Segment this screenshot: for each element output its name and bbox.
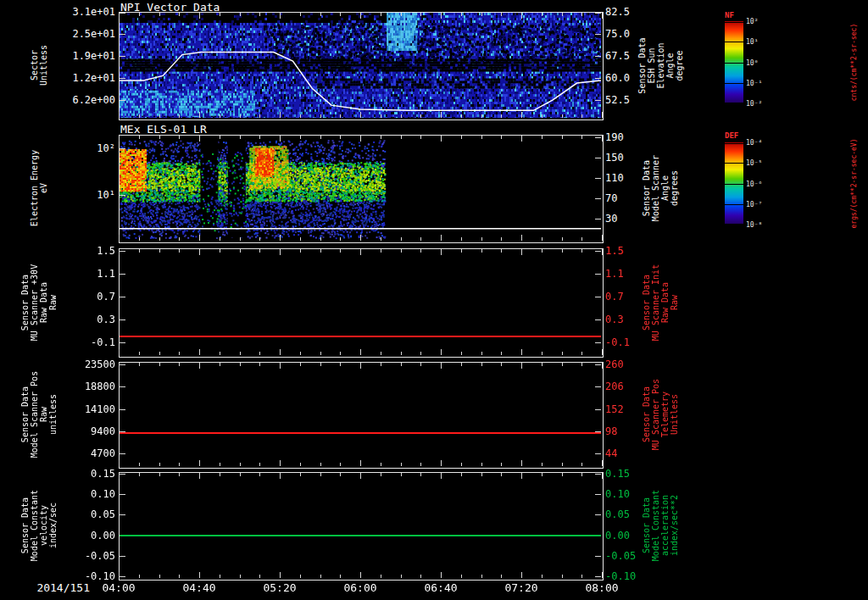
x-tick-mark (461, 13, 462, 16)
x-tick-mark (521, 363, 522, 369)
x-tick-mark (602, 572, 603, 578)
x-tick-mark (441, 112, 442, 118)
x-tick-mark (481, 363, 482, 366)
x-tick-mark (581, 473, 582, 476)
x-tick-mark (381, 473, 381, 476)
x-tick-mark (159, 237, 160, 241)
x-tick-mark (179, 13, 180, 16)
x-tick-mark (501, 237, 502, 241)
model-constant-right-axis-label-line: index/sec**2 (670, 407, 679, 600)
model-scanner-pos-left-tick-label: 23500 (51, 358, 115, 370)
x-tick-mark (581, 363, 582, 366)
def-colorbar-tick-label: 10⁻⁷ (746, 201, 776, 208)
x-tick-mark (602, 13, 603, 19)
x-tick-mark (441, 235, 442, 241)
x-tick-mark (320, 463, 321, 466)
y-tick-mark (595, 514, 601, 515)
x-tick-mark (139, 114, 140, 118)
model-constant-left-axis-label-line: index/sec (48, 407, 58, 600)
mu-scanner-30v-left-tick-label: 1.5 (51, 245, 115, 257)
y-tick-mark (120, 556, 125, 557)
x-tick-mark (199, 349, 200, 355)
x-tick-mark (139, 136, 140, 139)
x-tick-mark (441, 363, 442, 369)
x-tick-mark (420, 473, 421, 476)
x-axis-tick-label: 04:00 (92, 581, 146, 594)
x-tick-mark (420, 13, 421, 16)
x-tick-mark (581, 249, 582, 253)
mu-scanner-30v-plot-area (119, 248, 604, 358)
x-tick-mark (340, 575, 341, 578)
x-tick-mark (461, 463, 462, 466)
x-tick-mark (159, 363, 160, 366)
x-tick-mark (320, 575, 321, 578)
y-tick-mark (120, 100, 125, 101)
x-tick-mark (360, 363, 361, 369)
x-tick-mark (521, 473, 522, 479)
y-tick-mark (120, 409, 125, 410)
x-tick-mark (179, 114, 180, 118)
y-tick-mark (595, 386, 601, 387)
y-tick-mark (120, 34, 125, 35)
x-tick-mark (340, 363, 341, 366)
mu-scanner-30v-data-line (120, 336, 601, 337)
nf-colorbar-tick-label: 10² (746, 18, 776, 25)
x-tick-mark (521, 13, 522, 19)
x-tick-mark (139, 13, 140, 16)
x-tick-mark (159, 352, 160, 355)
x-tick-mark (420, 575, 421, 578)
x-tick-mark (240, 249, 241, 253)
x-tick-mark (159, 13, 160, 16)
x-tick-mark (562, 463, 563, 466)
x-tick-mark (240, 575, 241, 578)
x-tick-mark (521, 136, 522, 142)
x-tick-mark (401, 473, 402, 476)
x-tick-mark (481, 352, 482, 355)
model-constant-right-axis-label-line: Sensor Data (642, 407, 651, 600)
x-tick-mark (542, 114, 542, 118)
x-tick-mark (220, 575, 220, 578)
x-tick-mark (199, 363, 200, 369)
x-tick-mark (562, 13, 563, 16)
x-tick-mark (602, 112, 603, 118)
x-tick-mark (542, 249, 542, 253)
x-tick-mark (119, 572, 120, 578)
y-tick-mark (120, 453, 125, 454)
x-tick-mark (441, 136, 442, 142)
def-unit-label: ergs/(cm**2-sr-sec-eV) (850, 65, 858, 303)
x-tick-mark (381, 136, 381, 139)
x-tick-mark (360, 249, 361, 255)
model-scanner-pos-plot-area (119, 362, 604, 469)
x-tick-mark (139, 575, 140, 578)
x-tick-mark (401, 352, 402, 355)
x-tick-mark (420, 463, 421, 466)
x-tick-mark (199, 249, 200, 255)
x-tick-mark (602, 363, 603, 369)
x-tick-mark (220, 237, 220, 241)
x-tick-mark (199, 13, 200, 19)
x-tick-mark (119, 136, 120, 142)
x-tick-mark (300, 352, 301, 355)
y-tick-mark (595, 56, 601, 57)
nf-colorbar-tick-label: 10¹ (746, 38, 776, 46)
x-tick-mark (220, 473, 220, 476)
x-tick-mark (139, 363, 140, 366)
x-tick-mark (220, 114, 220, 118)
def-colorbar-tick-mark (725, 143, 743, 144)
x-tick-mark (401, 13, 402, 16)
model-scanner-pos-data-line (120, 432, 601, 434)
model-constant-left-tick-label: 0.05 (51, 508, 115, 520)
y-tick-mark (595, 251, 601, 252)
x-tick-mark (340, 249, 341, 253)
x-tick-mark (280, 460, 281, 466)
x-tick-mark (119, 249, 120, 255)
x-tick-mark (320, 473, 321, 476)
x-tick-mark (280, 572, 281, 578)
x-tick-mark (441, 460, 442, 466)
y-tick-mark (120, 474, 125, 475)
x-tick-mark (280, 112, 281, 118)
npi-vector-spectrogram (120, 13, 601, 118)
y-tick-mark (595, 198, 601, 199)
x-axis-tick-label: 08:00 (575, 581, 629, 594)
x-tick-mark (381, 114, 381, 118)
